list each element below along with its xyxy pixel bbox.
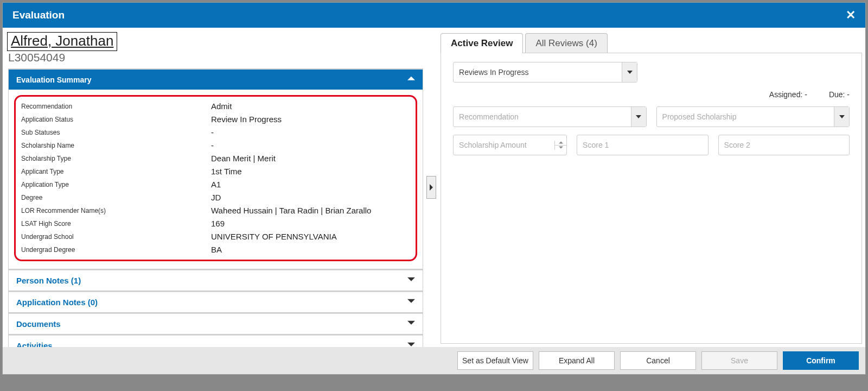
review-tabs: Active Review All Reviews (4) <box>441 33 865 53</box>
expand-all-button[interactable]: Expand All <box>539 351 615 370</box>
input-placeholder: Score 2 <box>724 141 750 149</box>
set-default-view-button[interactable]: Set as Default View <box>457 351 533 370</box>
panel-title: Application Notes (0) <box>16 298 98 307</box>
caret-down-icon <box>834 107 849 127</box>
score1-input[interactable]: Score 1 <box>577 135 708 155</box>
panel-header-person-notes[interactable]: Person Notes (1) <box>9 270 423 291</box>
summary-row: Undergrad SchoolUNIVERSITY OF PENNSYLVAN… <box>21 230 410 243</box>
title-bar: Evaluation ✕ <box>3 3 865 28</box>
content-area: Alfred, Jonathan L30054049 Evaluation Su… <box>3 28 865 347</box>
panel-title: Activities <box>16 341 53 347</box>
panel-application-notes: Application Notes (0) <box>8 291 423 313</box>
scholarship-amount-input[interactable]: Scholarship Amount <box>453 135 567 155</box>
caret-down-icon <box>631 107 646 127</box>
right-scroll[interactable]: Active Review All Reviews (4) Reviews In… <box>437 28 865 347</box>
left-scroll[interactable]: Alfred, Jonathan L30054049 Evaluation Su… <box>3 28 425 347</box>
summary-row: LSAT High Score169 <box>21 217 410 230</box>
summary-highlight-box: RecommendationAdmit Application StatusRe… <box>14 95 417 261</box>
spinner-down-icon[interactable] <box>554 146 566 150</box>
footer-bar: Set as Default View Expand All Cancel Sa… <box>3 347 865 374</box>
panel-header-documents[interactable]: Documents <box>9 313 423 334</box>
modal-title: Evaluation <box>12 9 65 21</box>
confirm-button[interactable]: Confirm <box>783 351 859 370</box>
right-pane: Active Review All Reviews (4) Reviews In… <box>437 28 865 347</box>
chevron-down-icon <box>407 341 415 347</box>
summary-row: LOR Recommender Name(s)Waheed Hussain | … <box>21 204 410 217</box>
applicant-name-box: Alfred, Jonathan <box>7 32 117 51</box>
review-meta: Assigned: - Due: - <box>453 90 850 99</box>
summary-row: Application TypeA1 <box>21 178 410 191</box>
left-pane: Alfred, Jonathan L30054049 Evaluation Su… <box>3 28 425 347</box>
recommendation-select[interactable]: Recommendation <box>453 106 646 127</box>
panel-person-notes: Person Notes (1) <box>8 269 423 291</box>
panel-header-application-notes[interactable]: Application Notes (0) <box>9 292 423 312</box>
assigned-label: Assigned: - <box>453 90 829 99</box>
spinner-up-icon[interactable] <box>554 141 566 146</box>
panel-activities: Activities <box>8 335 423 347</box>
number-spinner[interactable] <box>554 141 566 150</box>
panel-documents: Documents <box>8 313 423 335</box>
select-value: Reviews In Progress <box>459 68 528 77</box>
close-icon[interactable]: ✕ <box>846 8 856 22</box>
summary-row: RecommendationAdmit <box>21 100 410 113</box>
summary-row: Application StatusReview In Progress <box>21 113 410 126</box>
review-status-select[interactable]: Reviews In Progress <box>453 62 637 83</box>
score2-input[interactable]: Score 2 <box>718 135 850 155</box>
applicant-id: L30054049 <box>8 51 425 64</box>
pane-divider <box>425 28 437 347</box>
summary-row: Scholarship TypeDean Merit | Merit <box>21 152 410 165</box>
applicant-name-link[interactable]: Alfred, Jonathan <box>11 33 113 49</box>
summary-row: Scholarship Name- <box>21 139 410 152</box>
tab-all-reviews[interactable]: All Reviews (4) <box>525 33 607 53</box>
summary-row: Sub Statuses- <box>21 126 410 139</box>
select-placeholder: Recommendation <box>459 112 519 121</box>
select-placeholder: Proposed Scholarship <box>662 112 737 121</box>
evaluation-summary-body: RecommendationAdmit Application StatusRe… <box>9 90 423 269</box>
caret-down-icon <box>622 62 637 82</box>
panel-title: Documents <box>16 319 61 329</box>
panel-header-activities[interactable]: Activities <box>9 335 423 347</box>
collapse-toggle-button[interactable] <box>426 176 436 199</box>
chevron-down-icon <box>407 298 415 307</box>
due-label: Due: - <box>829 90 850 99</box>
panel-header-evaluation-summary[interactable]: Evaluation Summary <box>9 69 423 90</box>
chevron-up-icon <box>407 75 415 84</box>
save-button[interactable]: Save <box>701 351 777 370</box>
panel-evaluation-summary: Evaluation Summary RecommendationAdmit A… <box>8 68 423 269</box>
panel-title: Person Notes (1) <box>16 276 81 285</box>
evaluation-modal: Evaluation ✕ Alfred, Jonathan L30054049 … <box>2 2 866 375</box>
proposed-scholarship-select[interactable]: Proposed Scholarship <box>656 106 850 127</box>
cancel-button[interactable]: Cancel <box>620 351 696 370</box>
tab-active-review[interactable]: Active Review <box>441 33 523 53</box>
chevron-down-icon <box>407 319 415 329</box>
panel-title: Evaluation Summary <box>16 75 92 84</box>
summary-row: Applicant Type1st Time <box>21 165 410 178</box>
input-placeholder: Score 1 <box>583 141 609 149</box>
chevron-down-icon <box>407 276 415 285</box>
summary-row: DegreeJD <box>21 191 410 204</box>
input-placeholder: Scholarship Amount <box>459 141 527 149</box>
review-panel: Reviews In Progress Assigned: - Due: - R… <box>441 53 862 344</box>
caret-right-icon <box>429 184 434 191</box>
summary-row: Undergrad DegreeBA <box>21 243 410 256</box>
